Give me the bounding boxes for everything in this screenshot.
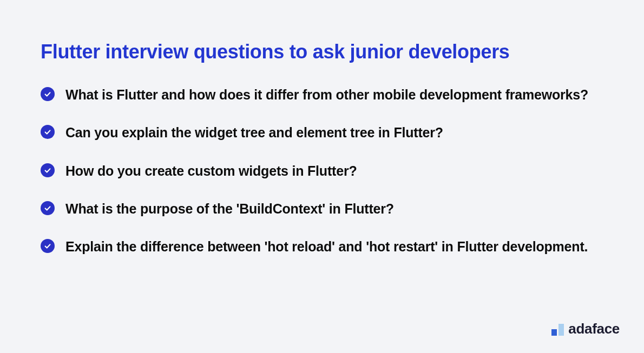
question-text: Explain the difference between 'hot relo… — [65, 237, 588, 256]
question-text: What is the purpose of the 'BuildContext… — [65, 199, 394, 218]
list-item: Explain the difference between 'hot relo… — [41, 237, 603, 256]
list-item: What is the purpose of the 'BuildContext… — [41, 199, 603, 218]
page-title: Flutter interview questions to ask junio… — [41, 41, 603, 63]
question-text: Can you explain the widget tree and elem… — [65, 123, 443, 142]
check-icon — [41, 201, 55, 215]
brand-logo: adaface — [551, 322, 620, 336]
list-item: Can you explain the widget tree and elem… — [41, 123, 603, 142]
check-icon — [41, 87, 55, 101]
brand-name: adaface — [568, 322, 620, 336]
check-icon — [41, 163, 55, 177]
list-item: How do you create custom widgets in Flut… — [41, 161, 603, 181]
check-icon — [41, 239, 55, 253]
logo-bars-icon — [551, 323, 564, 336]
question-text: What is Flutter and how does it differ f… — [65, 85, 588, 104]
check-icon — [41, 125, 55, 139]
question-text: How do you create custom widgets in Flut… — [65, 161, 357, 181]
list-item: What is Flutter and how does it differ f… — [41, 85, 603, 104]
questions-list: What is Flutter and how does it differ f… — [41, 85, 603, 256]
